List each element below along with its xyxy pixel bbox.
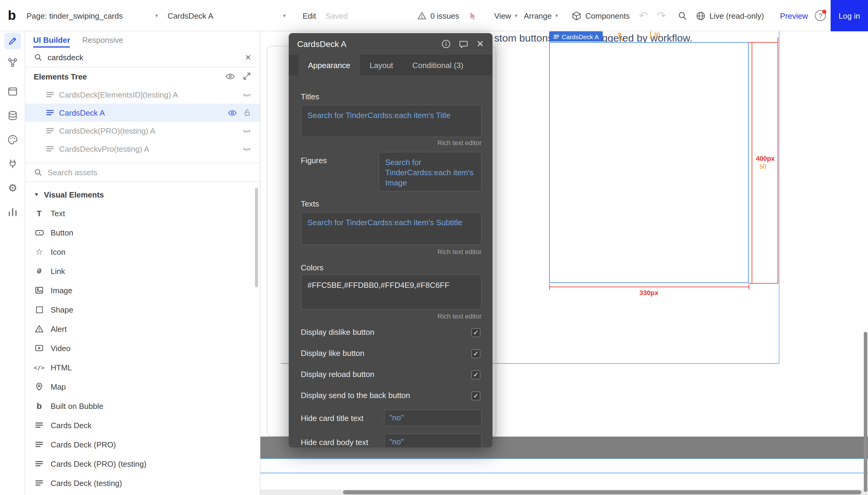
list-item[interactable]: Cards Deck (PRO) (testing) bbox=[25, 454, 260, 473]
tab-ui-builder[interactable]: UI Builder bbox=[33, 35, 70, 44]
vertical-scrollbar-thumb[interactable] bbox=[864, 332, 867, 492]
comment-icon[interactable] bbox=[459, 39, 469, 49]
environment-selector[interactable]: Live (read-only) bbox=[695, 0, 764, 31]
tab-layout[interactable]: Layout bbox=[360, 55, 403, 75]
tab-appearance[interactable]: Appearance bbox=[298, 55, 360, 75]
tree-item-selected[interactable]: CardsDeck A bbox=[25, 104, 260, 122]
rich-text-editor-link[interactable]: Rich text editor bbox=[437, 312, 481, 320]
list-item[interactable]: Cards Deck (testing) bbox=[25, 473, 260, 493]
element-icon bbox=[34, 420, 45, 430]
warning-icon bbox=[417, 11, 427, 20]
search-button[interactable] bbox=[677, 0, 688, 31]
window-icon bbox=[7, 86, 18, 97]
gear-icon: ⚙ bbox=[8, 183, 17, 194]
redo-button[interactable]: ↷ bbox=[657, 0, 666, 31]
horizontal-scrollbar-thumb[interactable] bbox=[343, 490, 862, 494]
elements-search-input[interactable] bbox=[48, 53, 240, 62]
list-item[interactable]: bBuilt on Bubble bbox=[25, 396, 260, 415]
tab-responsive[interactable]: Responsive bbox=[82, 35, 123, 44]
rail-data-tab[interactable] bbox=[4, 107, 21, 124]
list-item[interactable]: Image bbox=[25, 280, 260, 300]
preview-button[interactable]: Preview bbox=[780, 0, 808, 31]
horizontal-scrollbar[interactable] bbox=[260, 490, 868, 495]
measure-line-height bbox=[752, 42, 752, 283]
clear-search-icon[interactable]: ✕ bbox=[245, 53, 251, 62]
tree-item[interactable]: CardsDeck[ElementsID](testing) A bbox=[25, 86, 260, 104]
element-icon bbox=[46, 144, 54, 153]
selected-element-cardsdeck[interactable] bbox=[549, 42, 749, 283]
close-icon[interactable]: ✕ bbox=[476, 38, 484, 49]
rail-design-tab[interactable] bbox=[4, 33, 21, 49]
eye-icon[interactable] bbox=[226, 72, 235, 81]
eye-icon[interactable] bbox=[228, 108, 237, 117]
panel-scrollbar-thumb[interactable] bbox=[255, 188, 258, 287]
element-selector-dropdown[interactable]: CardsDeck A▾ bbox=[167, 0, 286, 31]
components-button[interactable]: Components bbox=[571, 0, 629, 31]
hidden-eye-icon[interactable] bbox=[242, 126, 251, 135]
tree-item[interactable]: CardsDeckvPro(testing) A bbox=[25, 140, 260, 158]
hidden-eye-icon[interactable] bbox=[242, 90, 251, 99]
list-item[interactable]: Shape bbox=[25, 300, 260, 319]
list-item[interactable]: Map bbox=[25, 377, 260, 396]
chart-icon bbox=[7, 207, 18, 217]
visual-elements-list: TText Button ☆Icon Link Image Shape Aler… bbox=[25, 204, 260, 493]
list-item[interactable]: Alert bbox=[25, 319, 260, 338]
figures-input[interactable]: Search for TinderCardss:each item's Imag… bbox=[379, 152, 481, 191]
login-button[interactable]: Log in bbox=[831, 0, 868, 31]
tab-conditional[interactable]: Conditional (3) bbox=[403, 55, 473, 75]
checkbox-display-send-back[interactable]: ✓ bbox=[471, 391, 480, 400]
unlock-icon[interactable] bbox=[243, 108, 251, 117]
colors-input[interactable]: #FFC5BE,#FFDBB0,#FFD4E9,#F8C6FF bbox=[301, 275, 481, 309]
page-selector-dropdown[interactable]: Page: tinder_swiping_cards▾ bbox=[27, 0, 158, 31]
visual-elements-header[interactable]: ▼ Visual Elements bbox=[25, 186, 260, 204]
rail-pages-tab[interactable] bbox=[4, 83, 21, 100]
edit-menu[interactable]: Edit bbox=[302, 0, 316, 31]
bubble-logo[interactable]: b bbox=[8, 0, 16, 31]
assets-search-input[interactable] bbox=[48, 168, 251, 177]
top-toolbar: b Page: tinder_swiping_cards▾ CardsDeck … bbox=[0, 0, 868, 31]
arrange-menu[interactable]: Arrange▾ bbox=[524, 0, 558, 31]
expand-icon[interactable] bbox=[242, 72, 251, 81]
checkbox-display-like[interactable]: ✓ bbox=[471, 349, 480, 358]
hide-title-input[interactable]: "no" bbox=[384, 409, 481, 426]
list-item[interactable]: TText bbox=[25, 204, 260, 223]
page-boundary-vertical bbox=[779, 31, 780, 363]
element-badge[interactable]: CardsDeck A bbox=[549, 31, 603, 41]
collapse-triangle-icon: ▼ bbox=[34, 191, 39, 198]
measure-tick bbox=[749, 42, 778, 43]
hidden-eye-icon[interactable] bbox=[242, 144, 251, 153]
view-menu[interactable]: View▾ bbox=[494, 0, 518, 31]
rail-plugins-tab[interactable] bbox=[4, 155, 21, 172]
tree-item[interactable]: CardsDeck(PRO)(testing) A bbox=[25, 122, 260, 140]
info-icon[interactable] bbox=[442, 39, 451, 49]
titles-input[interactable]: Search for TinderCardss:each item's Titl… bbox=[301, 105, 481, 137]
figures-label: Figures bbox=[301, 156, 327, 166]
checkbox-display-reload[interactable]: ✓ bbox=[471, 370, 480, 379]
texts-input[interactable]: Search for TinderCardss:each item's Subt… bbox=[301, 212, 481, 245]
database-icon bbox=[7, 110, 18, 121]
help-button[interactable]: ? bbox=[815, 0, 826, 31]
video-icon bbox=[34, 343, 45, 354]
rail-settings-tab[interactable]: ⚙ bbox=[4, 180, 21, 197]
list-item[interactable]: Cards Deck bbox=[25, 415, 260, 435]
rail-styles-tab[interactable] bbox=[4, 131, 21, 148]
list-item[interactable]: Cards Deck (PRO) bbox=[25, 435, 260, 454]
list-item[interactable]: Button bbox=[25, 223, 260, 242]
rail-logs-tab[interactable] bbox=[4, 204, 21, 220]
list-item[interactable]: Video bbox=[25, 338, 260, 358]
list-item[interactable]: ☆Icon bbox=[25, 242, 260, 261]
list-item[interactable]: Link bbox=[25, 261, 260, 280]
property-editor-header[interactable]: CardsDeck A ✕ bbox=[289, 33, 492, 55]
hide-body-input[interactable]: "no" bbox=[384, 433, 481, 447]
cursor-tool[interactable] bbox=[468, 0, 477, 31]
issues-indicator[interactable]: 0 issues bbox=[417, 0, 459, 31]
property-editor-title: CardsDeck A bbox=[297, 39, 346, 49]
rail-workflow-tab[interactable] bbox=[4, 54, 21, 71]
undo-button[interactable]: ↶ bbox=[639, 0, 648, 31]
group-border-top bbox=[260, 458, 868, 459]
rich-text-editor-link[interactable]: Rich text editor bbox=[437, 248, 481, 255]
checkbox-display-dislike[interactable]: ✓ bbox=[471, 328, 480, 337]
list-item[interactable]: </>HTML bbox=[25, 358, 260, 377]
rich-text-editor-link[interactable]: Rich text editor bbox=[437, 139, 481, 146]
search-icon bbox=[677, 11, 688, 21]
